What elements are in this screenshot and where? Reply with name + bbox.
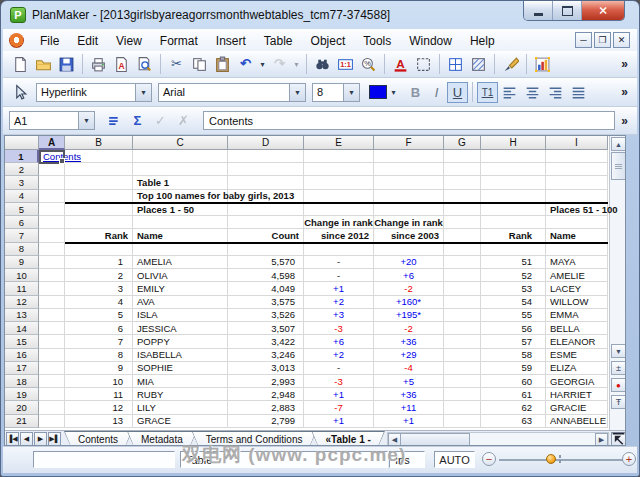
row-header-3[interactable]: 3 xyxy=(5,176,39,189)
cell-F13[interactable]: +195* xyxy=(374,309,444,322)
font-name-combo[interactable]: Arial ▼ xyxy=(158,83,306,102)
cell-C6[interactable] xyxy=(133,216,228,229)
input-line-button[interactable] xyxy=(103,110,126,132)
cell-G18[interactable] xyxy=(444,375,481,388)
cell-F3[interactable] xyxy=(374,176,444,189)
horizontal-scroll-thumb[interactable] xyxy=(400,433,470,446)
menu-insert[interactable]: Insert xyxy=(207,32,255,50)
cell-E6[interactable]: Change in rank xyxy=(304,216,374,229)
cell-E19[interactable]: +1 xyxy=(304,388,374,401)
column-header-F[interactable]: F xyxy=(374,136,444,150)
cell-I21[interactable]: ANNABELLE xyxy=(546,415,608,428)
row-header-18[interactable]: 18 xyxy=(5,375,39,388)
cell-G21[interactable] xyxy=(444,415,481,428)
cell-F15[interactable]: +36 xyxy=(374,335,444,348)
toolbar-overflow-button[interactable]: » xyxy=(621,57,628,71)
underline-button[interactable]: U xyxy=(447,82,468,103)
cell-H17[interactable]: 59 xyxy=(481,362,546,375)
cell-C11[interactable]: EMILY xyxy=(133,282,228,295)
cell-A20[interactable] xyxy=(39,401,65,414)
cell-H20[interactable]: 62 xyxy=(481,401,546,414)
chevron-down-icon[interactable]: ▼ xyxy=(289,84,305,101)
new-document-button[interactable] xyxy=(9,53,32,75)
cell-C7[interactable]: Name xyxy=(133,229,228,242)
column-header-E[interactable]: E xyxy=(304,136,374,150)
go-to-origin-button[interactable] xyxy=(611,432,626,446)
cell-C12[interactable]: AVA xyxy=(133,296,228,309)
cell-H1[interactable] xyxy=(481,150,546,163)
cell-D19[interactable]: 2,948 xyxy=(228,388,304,401)
cell-D18[interactable]: 2,993 xyxy=(228,375,304,388)
cell-E5[interactable] xyxy=(304,203,374,216)
cell-B2[interactable] xyxy=(65,163,133,176)
cell-E4[interactable] xyxy=(304,190,374,203)
cell-F17[interactable]: -4 xyxy=(374,362,444,375)
autosum-button[interactable]: Σ xyxy=(126,110,149,132)
redo-button[interactable]: ↷ xyxy=(268,53,291,75)
cell-D2[interactable] xyxy=(228,163,304,176)
cell-D15[interactable]: 3,422 xyxy=(228,335,304,348)
cell-G13[interactable] xyxy=(444,309,481,322)
cell-D7[interactable]: Count xyxy=(228,229,304,242)
cell-I16[interactable]: ESME xyxy=(546,349,608,362)
menu-view[interactable]: View xyxy=(107,32,151,50)
export-pdf-button[interactable]: A xyxy=(110,53,133,75)
cell-I3[interactable] xyxy=(546,176,608,189)
cell-E21[interactable]: +1 xyxy=(304,415,374,428)
menu-format[interactable]: Format xyxy=(151,32,207,50)
cell-H21[interactable]: 63 xyxy=(481,415,546,428)
chevron-down-icon[interactable]: ▼ xyxy=(343,84,359,101)
cell-D3[interactable] xyxy=(228,176,304,189)
cell-D9[interactable]: 5,570 xyxy=(228,256,304,269)
cell-H18[interactable]: 60 xyxy=(481,375,546,388)
toolbar-overflow-button[interactable]: » xyxy=(621,85,628,99)
cell-G7[interactable] xyxy=(444,229,481,242)
column-header-A[interactable]: A xyxy=(39,136,65,150)
cell-C16[interactable]: ISABELLA xyxy=(133,349,228,362)
cell-H9[interactable]: 51 xyxy=(481,256,546,269)
font-color-dropdown[interactable]: ▾ xyxy=(388,81,399,103)
cell-A19[interactable] xyxy=(39,388,65,401)
column-header-I[interactable]: I xyxy=(546,136,608,150)
cell-F14[interactable]: -2 xyxy=(374,322,444,335)
find-button[interactable] xyxy=(311,53,334,75)
row-header-2[interactable]: 2 xyxy=(5,163,39,176)
cell-A16[interactable] xyxy=(39,349,65,362)
cell-G8[interactable] xyxy=(444,243,481,256)
cell-G11[interactable] xyxy=(444,282,481,295)
cell-I7[interactable]: Name xyxy=(546,229,608,242)
cell-E12[interactable]: +2 xyxy=(304,296,374,309)
cell-B15[interactable]: 7 xyxy=(65,335,133,348)
cell-G12[interactable] xyxy=(444,296,481,309)
cell-I17[interactable]: ELIZA xyxy=(546,362,608,375)
italic-button[interactable]: I xyxy=(426,82,447,103)
cell-H13[interactable]: 55 xyxy=(481,309,546,322)
fill-handle[interactable] xyxy=(59,158,65,164)
cell-D1[interactable] xyxy=(228,150,304,163)
cancel-button[interactable]: ✗ xyxy=(172,110,195,132)
cell-F5[interactable] xyxy=(374,203,444,216)
cell-F20[interactable]: +11 xyxy=(374,401,444,414)
cell-C20[interactable]: LILY xyxy=(133,401,228,414)
menu-tools[interactable]: Tools xyxy=(354,32,400,50)
scroll-up-button[interactable]: ▲ xyxy=(611,137,626,151)
scroll-right-button[interactable]: ▶ xyxy=(595,433,608,446)
row-header-17[interactable]: 17 xyxy=(5,362,39,375)
cell-C19[interactable]: RUBY xyxy=(133,388,228,401)
scroll-down-button[interactable]: ▼ xyxy=(611,344,626,358)
chevron-down-icon[interactable]: ▼ xyxy=(135,84,151,101)
cell-F12[interactable]: +160* xyxy=(374,296,444,309)
previous-sheet-button[interactable]: ◀ xyxy=(20,432,33,446)
cell-E1[interactable] xyxy=(304,150,374,163)
mdi-restore-button[interactable]: ❐ xyxy=(594,32,611,48)
row-header-11[interactable]: 11 xyxy=(5,282,39,295)
cell-C4[interactable]: Top 100 names for baby girls, 2013 xyxy=(133,190,228,203)
cell-F1[interactable] xyxy=(374,150,444,163)
row-header-8[interactable]: 8 xyxy=(5,243,39,256)
cell-H7[interactable]: Rank xyxy=(481,229,546,242)
cell-C8[interactable] xyxy=(133,243,228,256)
cell-C1[interactable] xyxy=(133,150,228,163)
menu-object[interactable]: Object xyxy=(302,32,355,50)
cell-H6[interactable] xyxy=(481,216,546,229)
cell-E10[interactable]: - xyxy=(304,269,374,282)
